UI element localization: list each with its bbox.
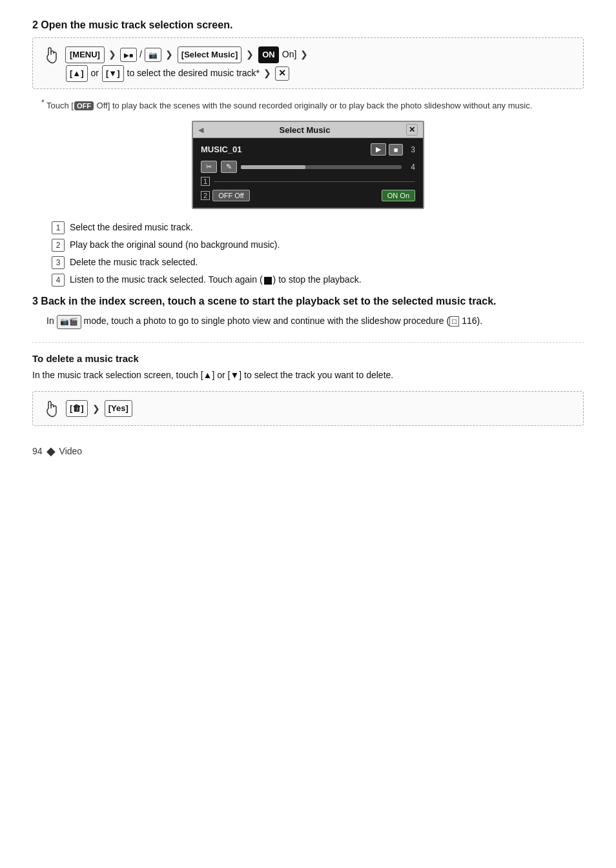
yes-btn: [Yes] <box>105 400 132 417</box>
list-text-2: Play back the original sound (no backgro… <box>70 238 280 252</box>
screen-mockup: ◀ Select Music ✕ MUSIC_01 ▶ ■ 3 ✂ ✎ 4 1 <box>192 121 424 209</box>
list-text-1: Select the desired music track. <box>70 221 193 234</box>
num2-badge: 2 <box>201 191 210 200</box>
num3-label: 3 <box>411 145 415 154</box>
list-num-4: 4 <box>52 274 65 287</box>
music-name-text: MUSIC_01 <box>201 145 242 154</box>
step3-body: In 📷🎬 mode, touch a photo to go to singl… <box>32 314 584 329</box>
footnote-text: Touch [OFF Off] to play back the scenes … <box>46 101 532 110</box>
music-name-row: MUSIC_01 ▶ ■ 3 <box>201 143 415 156</box>
select-music-label: [Select Music] <box>178 46 241 63</box>
trash-btn: [🗑] <box>66 400 88 417</box>
stop-icon <box>264 277 272 285</box>
off-button[interactable]: OFF Off <box>212 190 250 201</box>
photo-mode-icon: 📷🎬 <box>57 315 81 329</box>
touch-icon-2 <box>42 398 60 419</box>
arrow-1: ❯ <box>108 47 116 63</box>
list-num-2: 2 <box>52 239 65 252</box>
on-button[interactable]: ON On <box>382 190 415 201</box>
select-track-text: to select the desired music track* <box>127 66 260 81</box>
or-text: or <box>91 66 99 81</box>
list-num-3: 3 <box>52 256 65 269</box>
list-text-3: Delete the music track selected. <box>70 256 198 269</box>
delete-body: In the music track selection screen, tou… <box>32 368 584 382</box>
close-x-btn: ✕ <box>275 66 289 81</box>
list-item: 2 Play back the original sound (no backg… <box>52 238 584 252</box>
on-text: On] <box>282 47 297 63</box>
num1-badge: 1 <box>201 177 210 186</box>
progress-fill <box>241 165 305 169</box>
list-text-4: Listen to the music track selected. Touc… <box>70 273 362 287</box>
edit-btn[interactable]: ✎ <box>221 161 237 173</box>
num2-area: 2 OFF Off <box>201 190 250 201</box>
arrow-3: ❯ <box>246 47 254 63</box>
video-icon-box: ▶■ <box>120 48 137 62</box>
section-name: Video <box>59 446 83 456</box>
arrow-2: ❯ <box>165 47 173 63</box>
step3-section: 3 Back in the index screen, touch a scen… <box>32 296 584 329</box>
arrow-delete: ❯ <box>92 401 100 417</box>
step3-heading: 3 Back in the index screen, touch a scen… <box>32 296 584 307</box>
numbered-list: 1 Select the desired music track. 2 Play… <box>52 221 584 287</box>
screen-title-bar: ◀ Select Music ✕ <box>193 122 423 138</box>
num1-row: 1 <box>201 177 415 186</box>
menu-label: [MENU] <box>65 46 105 63</box>
arrow-5: ❯ <box>263 66 271 81</box>
instruction-line-2: [▲] or [▼] to select the desired music t… <box>42 65 574 82</box>
play-button[interactable]: ▶ <box>371 143 386 156</box>
list-item: 3 Delete the music track selected. <box>52 256 584 269</box>
instruction-box-2: [🗑] ❯ [Yes] <box>32 391 584 426</box>
progress-bar <box>241 165 402 169</box>
separator <box>32 342 584 343</box>
screen-close-btn[interactable]: ✕ <box>406 124 418 136</box>
delete-heading: To delete a music track <box>32 353 584 364</box>
bottom-controls-row: 2 OFF Off ON On <box>201 190 415 201</box>
slash: / <box>139 47 142 63</box>
delete-instruction-line: [🗑] ❯ [Yes] <box>42 398 574 419</box>
list-item: 1 Select the desired music track. <box>52 221 584 234</box>
step2-heading: 2 Open the music track selection screen. <box>32 19 584 31</box>
bullet-dot: ◆ <box>46 445 56 457</box>
page-footer: 94 ◆ Video <box>32 445 584 457</box>
instruction-box-1: [MENU] ❯ ▶■ / 📷 ❯ [Select Music] ❯ ON On… <box>32 37 584 89</box>
page-number: 94 <box>32 446 43 456</box>
instruction-line-1: [MENU] ❯ ▶■ / 📷 ❯ [Select Music] ❯ ON On… <box>42 45 574 65</box>
arrow-4: ❯ <box>300 47 308 63</box>
screen-title: Select Music <box>280 125 331 135</box>
stop-button[interactable]: ■ <box>389 144 404 156</box>
screen-body: MUSIC_01 ▶ ■ 3 ✂ ✎ 4 1 2 OFF Off <box>193 138 423 208</box>
footnote-marker: * <box>41 98 45 107</box>
list-item: 4 Listen to the music track selected. To… <box>52 273 584 287</box>
list-num-1: 1 <box>52 221 65 234</box>
up-arrow-btn: [▲] <box>66 65 88 82</box>
photo-icon-box: 📷 <box>145 48 161 62</box>
down-arrow-btn: [▼] <box>102 65 124 82</box>
edit-buttons-row: ✂ ✎ 4 <box>201 161 415 173</box>
num4-label: 4 <box>411 163 415 172</box>
trim-btn[interactable]: ✂ <box>201 161 217 173</box>
on-badge: ON <box>258 46 279 63</box>
footnote: * Touch [OFF Off] to play back the scene… <box>32 98 584 110</box>
touch-icon <box>42 45 60 65</box>
